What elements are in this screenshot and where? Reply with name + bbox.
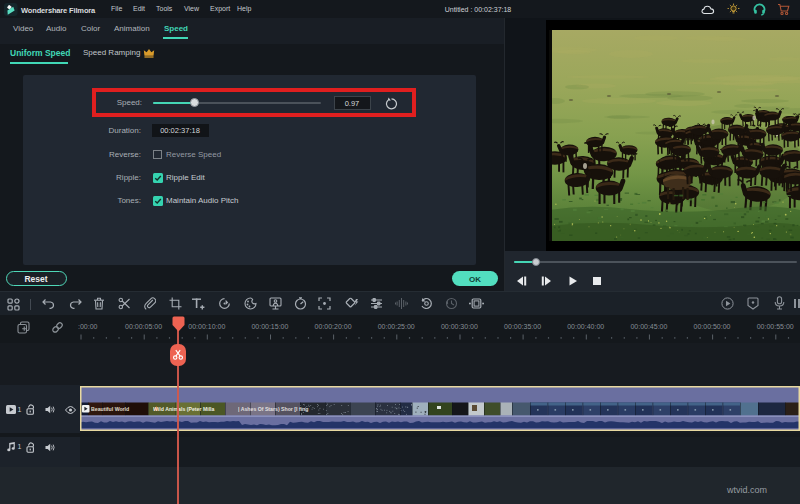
svg-text:Beautiful World: Beautiful World bbox=[91, 406, 129, 412]
svg-text:Wild Animals (Peter Milla: Wild Animals (Peter Milla bbox=[153, 406, 215, 412]
svg-text:| Ashes Of Stars) Shor [I fing: | Ashes Of Stars) Shor [I fing bbox=[238, 406, 308, 412]
